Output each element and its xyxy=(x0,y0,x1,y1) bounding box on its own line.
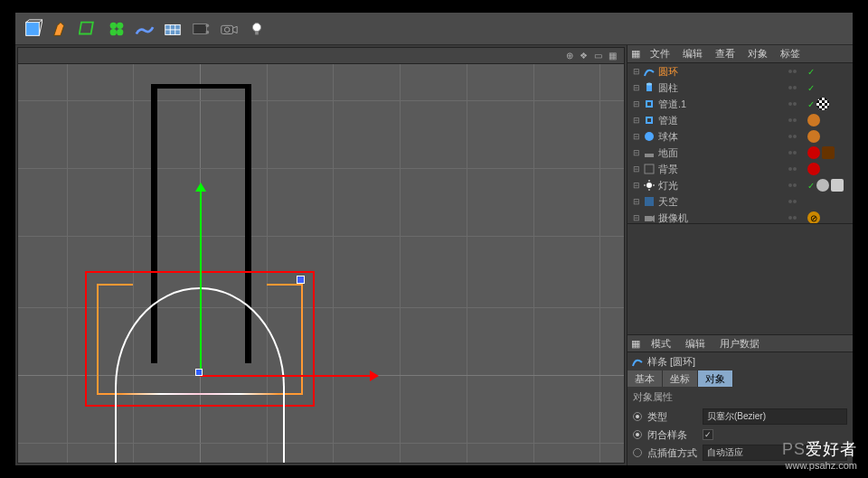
object-type-icon xyxy=(643,114,656,127)
tab-tag[interactable]: 标签 xyxy=(774,45,807,62)
tool-deform-icon[interactable] xyxy=(75,15,101,42)
object-row[interactable]: ⊟摄像机⊘ xyxy=(627,210,853,224)
object-type-icon xyxy=(643,179,656,192)
check-icon: ✓ xyxy=(807,67,815,77)
viewport-header: ⊕ ❖ ▭ ▦ xyxy=(18,48,624,64)
object-type-icon xyxy=(643,65,656,78)
object-row[interactable]: ⊟圆环✓ xyxy=(627,63,853,80)
object-name: 球体 xyxy=(658,130,694,144)
check-icon: ✓ xyxy=(807,181,815,191)
visibility-dots[interactable] xyxy=(788,118,801,122)
tool-pen-icon[interactable] xyxy=(47,15,73,42)
tool-camera-icon[interactable] xyxy=(215,15,241,42)
svg-point-8 xyxy=(109,29,116,35)
visibility-dots[interactable] xyxy=(788,86,801,89)
corner-handle[interactable] xyxy=(297,276,305,284)
z-axis-gizmo[interactable] xyxy=(195,369,203,376)
material-tag[interactable] xyxy=(807,130,820,143)
object-row[interactable]: ⊟地面 xyxy=(627,145,853,161)
attr-section-title: 对象属性 xyxy=(633,390,847,404)
object-name: 灯光 xyxy=(658,179,694,192)
visibility-dots[interactable] xyxy=(788,151,801,155)
tab-object[interactable]: 对象 xyxy=(741,45,774,62)
svg-point-6 xyxy=(109,22,116,28)
svg-point-16 xyxy=(205,30,209,33)
attr-value-field[interactable]: 自动适应 xyxy=(703,445,847,461)
selection-edge-top xyxy=(97,284,133,286)
visibility-dots[interactable] xyxy=(788,216,801,220)
vp-icon-4[interactable]: ▦ xyxy=(607,50,618,61)
attr-label: 闭合样条 xyxy=(647,428,697,442)
radio-icon[interactable] xyxy=(633,430,642,439)
object-type-icon xyxy=(643,81,656,94)
tool-spline-icon[interactable] xyxy=(159,15,185,42)
object-manager-tabs: ▦ 文件 编辑 查看 对象 标签 xyxy=(627,45,853,63)
attr-value-field[interactable]: 贝塞尔(Bezier) xyxy=(703,408,847,425)
object-row[interactable]: ⊟球体 xyxy=(627,128,853,145)
object-row[interactable]: ⊟圆柱✓ xyxy=(627,80,853,96)
tab-edit[interactable]: 编辑 xyxy=(676,45,709,62)
viewport-3d[interactable] xyxy=(18,64,624,463)
main-toolbar xyxy=(15,13,853,45)
attr-section: 对象属性 类型贝塞尔(Bezier)闭合样条✓点插值方式自动适应 xyxy=(627,387,853,465)
material-tag[interactable] xyxy=(807,114,820,127)
visibility-dots[interactable] xyxy=(788,102,801,106)
tab-userdata[interactable]: 用户数据 xyxy=(712,335,767,352)
tool-mograph-icon[interactable] xyxy=(103,15,129,42)
attr-label: 点插值方式 xyxy=(647,446,697,460)
subtab-坐标[interactable]: 坐标 xyxy=(663,370,698,387)
subtab-基本[interactable]: 基本 xyxy=(627,370,663,387)
tool-render-icon[interactable] xyxy=(187,15,213,42)
tool-cube-icon[interactable] xyxy=(19,15,45,42)
vp-icon-2[interactable]: ❖ xyxy=(578,50,590,61)
svg-point-15 xyxy=(205,23,209,27)
visibility-dots[interactable] xyxy=(788,183,801,187)
visibility-dots[interactable] xyxy=(788,135,801,138)
tool-light-icon[interactable] xyxy=(243,15,269,42)
vp-icon-1[interactable]: ⊕ xyxy=(563,50,575,61)
object-bar-top xyxy=(151,84,251,89)
vp-icon-3[interactable]: ▭ xyxy=(592,50,604,61)
viewport-container: ⊕ ❖ ▭ ▦ xyxy=(17,47,625,464)
object-type-icon xyxy=(643,98,656,110)
tab-mode[interactable]: 模式 xyxy=(644,335,678,352)
object-name: 天空 xyxy=(658,195,694,209)
svg-point-31 xyxy=(646,183,652,188)
material-tag[interactable] xyxy=(816,179,829,192)
tab-view[interactable]: 查看 xyxy=(709,45,741,62)
object-row[interactable]: ⊟管道 xyxy=(627,112,853,128)
prohibit-icon: ⊘ xyxy=(807,211,820,224)
material-tag[interactable] xyxy=(816,98,829,110)
attr-title-row: 样条 [圆环] xyxy=(627,352,853,370)
tab-file[interactable]: 文件 xyxy=(644,45,676,62)
object-row[interactable]: ⊟灯光✓ xyxy=(627,177,853,193)
visibility-dots[interactable] xyxy=(788,200,801,203)
tab-edit2[interactable]: 编辑 xyxy=(678,335,712,352)
object-list[interactable]: ⊟圆环✓⊟圆柱✓⊟管道.1✓⊟管道⊟球体⊟地面⊟背景⊟灯光✓⊟天空⊟摄像机⊘ xyxy=(627,63,853,224)
object-row[interactable]: ⊟背景 xyxy=(627,161,853,177)
object-row[interactable]: ⊟天空 xyxy=(627,193,853,210)
radio-icon[interactable] xyxy=(633,412,642,421)
object-type-icon xyxy=(643,163,656,175)
visibility-dots[interactable] xyxy=(788,70,801,73)
image-tag[interactable] xyxy=(831,179,844,192)
checkbox[interactable]: ✓ xyxy=(703,429,713,440)
object-row[interactable]: ⊟管道.1✓ xyxy=(627,96,853,112)
subtab-对象[interactable]: 对象 xyxy=(698,370,733,387)
object-name: 管道 xyxy=(658,114,694,127)
material-tag[interactable] xyxy=(807,163,820,175)
material-tag[interactable] xyxy=(807,146,820,159)
grid-icon[interactable]: ▦ xyxy=(627,336,644,351)
movie-tag[interactable] xyxy=(822,146,835,159)
svg-rect-29 xyxy=(645,154,654,157)
attr-label: 类型 xyxy=(647,410,697,424)
attr-subtabs: 基本坐标对象 xyxy=(627,370,853,387)
grid-icon[interactable]: ▦ xyxy=(627,47,644,61)
object-name: 背景 xyxy=(658,163,694,176)
radio-icon[interactable] xyxy=(633,448,642,457)
svg-rect-14 xyxy=(193,23,206,33)
tool-scene-icon[interactable] xyxy=(131,15,157,42)
visibility-dots[interactable] xyxy=(788,167,801,171)
svg-point-28 xyxy=(645,132,654,141)
selection-edge-top-r xyxy=(267,284,303,286)
